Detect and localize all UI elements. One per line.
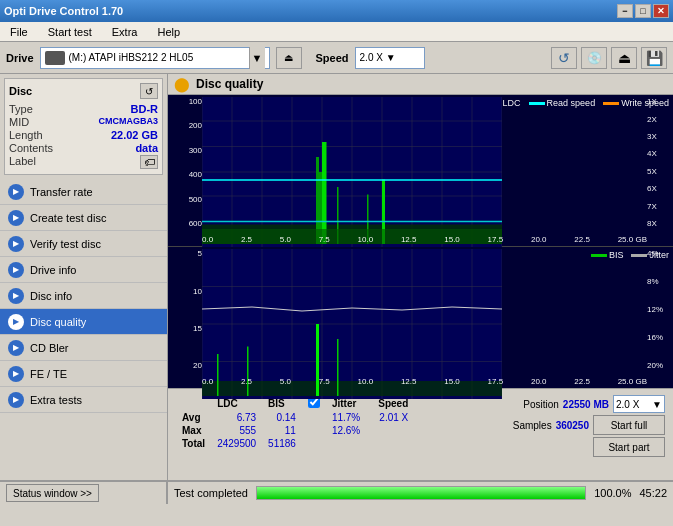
main-layout: Disc ↺ Type BD-R MID CMCMAGBA3 Length 22… [0, 74, 673, 480]
close-button[interactable]: ✕ [653, 4, 669, 18]
disc-label-icon[interactable]: 🏷 [140, 155, 158, 169]
drive-bar: Drive (M:) ATAPI iHBS212 2 HL05 ▼ ⏏ Spee… [0, 42, 673, 74]
app-title: Opti Drive Control 1.70 [4, 5, 123, 17]
elapsed-time: 45:22 [639, 487, 667, 499]
title-bar: Opti Drive Control 1.70 − □ ✕ [0, 0, 673, 22]
ldc-label: LDC [503, 98, 521, 108]
disc-contents-row: Contents data [9, 142, 158, 154]
svg-rect-45 [337, 339, 339, 396]
disc-label-label: Label [9, 155, 36, 169]
drive-info-icon: ▶ [8, 262, 24, 278]
top-chart-svg [202, 97, 502, 247]
sidebar-item-verify-test-disc[interactable]: ▶ Verify test disc [0, 231, 167, 257]
disc-info-label: Disc info [30, 290, 72, 302]
cd-bler-label: CD Bler [30, 342, 69, 354]
disc-refresh-button[interactable]: ↺ [140, 83, 158, 99]
sidebar-item-fe-te[interactable]: ▶ FE / TE [0, 361, 167, 387]
eject-icon[interactable]: ⏏ [611, 47, 637, 69]
legend-bis: BIS [591, 250, 624, 260]
content-title: Disc quality [196, 77, 263, 91]
drive-info-label: Drive info [30, 264, 76, 276]
samples-value: 360250 [556, 420, 589, 431]
stats-right-panel: Position 22550 MB 2.0 X ▼ Samples 360250… [513, 395, 665, 457]
progress-bar-container [256, 486, 586, 500]
disc-label-row: Label 🏷 [9, 155, 158, 169]
fe-te-label: FE / TE [30, 368, 67, 380]
menu-extra[interactable]: Extra [108, 25, 142, 39]
avg-bis: 0.14 [262, 411, 302, 424]
drive-dropdown-arrow[interactable]: ▼ [249, 47, 265, 69]
menu-file[interactable]: File [6, 25, 32, 39]
jitter-color [631, 254, 647, 257]
sidebar-item-extra-tests[interactable]: ▶ Extra tests [0, 387, 167, 413]
max-ldc: 555 [211, 424, 262, 437]
write-speed-color [603, 102, 619, 105]
content-header-icon: ⬤ [174, 76, 190, 92]
status-bar: Status window >> Test completed 100.0% 4… [0, 480, 673, 504]
drive-select[interactable]: (M:) ATAPI iHBS212 2 HL05 ▼ [40, 47, 270, 69]
sidebar-item-disc-info[interactable]: ▶ Disc info [0, 283, 167, 309]
verify-test-disc-icon: ▶ [8, 236, 24, 252]
menu-bar: File Start test Extra Help [0, 22, 673, 42]
drive-label: Drive [6, 52, 34, 64]
speed-select-box[interactable]: 2.0 X ▼ [613, 395, 665, 413]
sidebar-item-drive-info[interactable]: ▶ Drive info [0, 257, 167, 283]
disc-type-label: Type [9, 103, 33, 115]
menu-help[interactable]: Help [153, 25, 184, 39]
transfer-rate-icon: ▶ [8, 184, 24, 200]
charts-container: LDC Read speed Write speed 600 500 40 [168, 95, 673, 388]
avg-ldc: 6.73 [211, 411, 262, 424]
speed-label: Speed [316, 52, 349, 64]
sidebar-item-create-test-disc[interactable]: ▶ Create test disc [0, 205, 167, 231]
disc-info-icon: ▶ [8, 288, 24, 304]
total-bis: 51186 [262, 437, 302, 450]
avg-speed: 2.01 X [366, 411, 414, 424]
sidebar: Disc ↺ Type BD-R MID CMCMAGBA3 Length 22… [0, 74, 168, 480]
read-speed-label: Read speed [547, 98, 596, 108]
extra-tests-icon: ▶ [8, 392, 24, 408]
bottom-chart: BIS Jitter 20 15 10 5 20% 1 [168, 247, 673, 388]
stats-numbers: LDC BIS Jitter Speed Avg 6.73 0.14 [176, 395, 513, 457]
bottom-chart-y-axis-left: 20 15 10 5 [168, 247, 202, 372]
svg-rect-42 [217, 354, 219, 396]
status-window-button[interactable]: Status window >> [6, 484, 99, 502]
disc-icon[interactable]: 💿 [581, 47, 607, 69]
speed-select[interactable]: 2.0 X ▼ [355, 47, 425, 69]
content-area: ⬤ Disc quality LDC Read speed [168, 74, 673, 480]
position-value: 22550 MB [563, 399, 609, 410]
transfer-rate-label: Transfer rate [30, 186, 93, 198]
eject-button[interactable]: ⏏ [276, 47, 302, 69]
stats-main: LDC BIS Jitter Speed Avg 6.73 0.14 [172, 393, 669, 459]
minimize-button[interactable]: − [617, 4, 633, 18]
total-label: Total [176, 437, 211, 450]
start-full-button[interactable]: Start full [593, 415, 665, 435]
svg-rect-20 [322, 142, 327, 244]
disc-quality-label: Disc quality [30, 316, 86, 328]
position-label: Position [523, 399, 559, 410]
refresh-icon[interactable]: ↺ [551, 47, 577, 69]
disc-length-value: 22.02 GB [111, 129, 158, 141]
disc-contents-value: data [135, 142, 158, 154]
progress-bar-fill [257, 487, 585, 499]
status-left: Status window >> [0, 482, 168, 504]
disc-type-value: BD-R [131, 103, 159, 115]
save-icon[interactable]: 💾 [641, 47, 667, 69]
top-chart: LDC Read speed Write speed 600 500 40 [168, 95, 673, 247]
content-header: ⬤ Disc quality [168, 74, 673, 95]
read-speed-color [529, 102, 545, 105]
toolbar-icons: ↺ 💿 ⏏ 💾 [551, 47, 667, 69]
disc-panel: Disc ↺ Type BD-R MID CMCMAGBA3 Length 22… [4, 78, 163, 175]
disc-type-row: Type BD-R [9, 103, 158, 115]
disc-length-label: Length [9, 129, 43, 141]
max-bis: 11 [262, 424, 302, 437]
start-part-button[interactable]: Start part [593, 437, 665, 457]
bottom-chart-y-axis-right: 20% 16% 12% 8% 4% [647, 247, 673, 372]
sidebar-item-cd-bler[interactable]: ▶ CD Bler [0, 335, 167, 361]
stats-panel: LDC BIS Jitter Speed Avg 6.73 0.14 [168, 388, 673, 480]
top-chart-y-axis-right: 8X 7X 6X 5X 4X 3X 2X 1X [647, 95, 673, 230]
avg-jitter: 11.7% [326, 411, 366, 424]
sidebar-item-transfer-rate[interactable]: ▶ Transfer rate [0, 179, 167, 205]
maximize-button[interactable]: □ [635, 4, 651, 18]
menu-start-test[interactable]: Start test [44, 25, 96, 39]
sidebar-item-disc-quality[interactable]: ▶ Disc quality [0, 309, 167, 335]
